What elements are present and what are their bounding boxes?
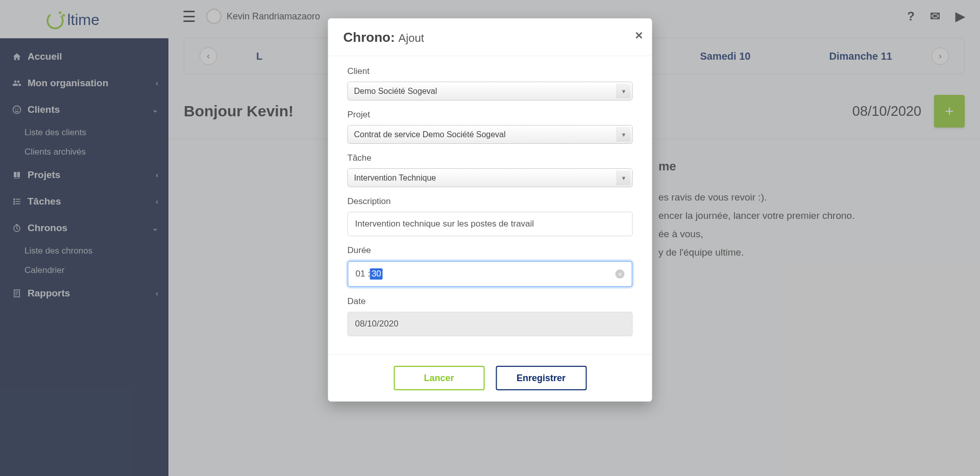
modal-header: Chrono: Ajout ×: [328, 18, 652, 56]
caret-down-icon: ▼: [617, 84, 631, 98]
enregistrer-button[interactable]: Enregistrer: [496, 366, 586, 390]
field-duree: Durée 01 : 30 ×: [348, 245, 633, 287]
select-value: Intervention Technique: [354, 173, 436, 183]
select-projet[interactable]: Contrat de service Demo Société Sogeval …: [348, 125, 633, 144]
duree-minutes-selected: 30: [370, 268, 383, 280]
modal-title: Chrono:: [344, 30, 395, 45]
clear-icon[interactable]: ×: [616, 269, 625, 279]
label-client: Client: [348, 66, 633, 77]
duree-hours: 01 :: [356, 269, 370, 279]
label-description: Description: [348, 196, 633, 207]
input-date[interactable]: [348, 312, 633, 336]
input-description[interactable]: [348, 212, 633, 236]
chrono-modal: Chrono: Ajout × Client Demo Société Soge…: [328, 18, 652, 402]
field-date: Date: [348, 296, 633, 336]
select-value: Contrat de service Demo Société Sogeval: [354, 130, 506, 139]
input-duree[interactable]: 01 : 30 ×: [348, 261, 633, 287]
field-tache: Tâche Intervention Technique ▼: [348, 153, 633, 187]
lancer-button[interactable]: Lancer: [394, 366, 484, 390]
label-tache: Tâche: [348, 153, 633, 163]
modal-subtitle: Ajout: [399, 32, 424, 45]
field-projet: Projet Contrat de service Demo Société S…: [348, 110, 633, 144]
caret-down-icon: ▼: [617, 170, 631, 185]
select-value: Demo Société Sogeval: [354, 87, 437, 96]
field-client: Client Demo Société Sogeval ▼: [348, 66, 633, 101]
modal-footer: Lancer Enregistrer: [328, 354, 652, 402]
caret-down-icon: ▼: [617, 127, 631, 142]
select-client[interactable]: Demo Société Sogeval ▼: [348, 82, 633, 101]
label-projet: Projet: [348, 110, 633, 120]
label-date: Date: [348, 296, 633, 307]
select-tache[interactable]: Intervention Technique ▼: [348, 168, 633, 187]
close-icon[interactable]: ×: [635, 28, 643, 43]
modal-body: Client Demo Société Sogeval ▼ Projet Con…: [328, 56, 652, 354]
field-description: Description: [348, 196, 633, 236]
label-duree: Durée: [348, 245, 633, 256]
